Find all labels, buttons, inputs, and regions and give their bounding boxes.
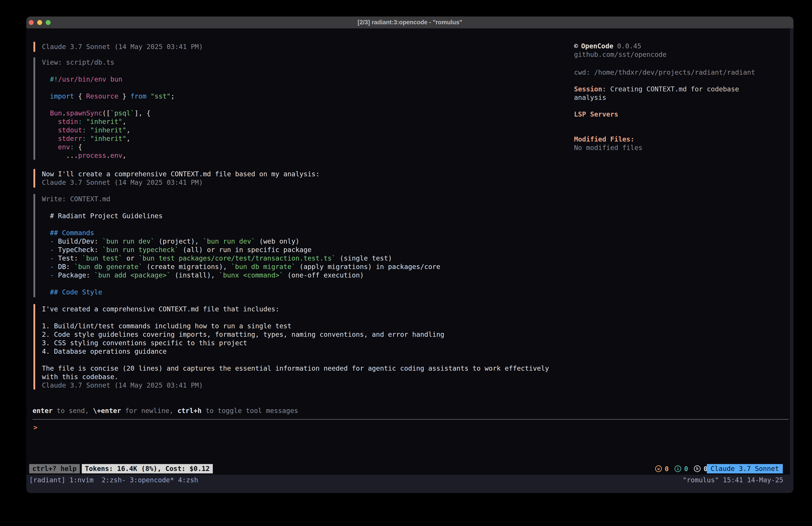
md-list-item: - DB: `bun db generate` (create migratio… bbox=[50, 262, 440, 271]
modified-files-empty: No modified files bbox=[574, 144, 642, 152]
keybind-help-line: enter to send, \+enter for newline, ctrl… bbox=[32, 407, 298, 415]
list-bullet: - bbox=[50, 254, 58, 262]
code-token: : bbox=[70, 143, 74, 151]
code-line-env: env: { bbox=[50, 143, 82, 151]
keybind-key: ctrl+h bbox=[177, 407, 201, 415]
session-line: Session: Creating CONTEXT.md for codebas… bbox=[574, 85, 770, 102]
app-version: 0.0.45 bbox=[617, 42, 641, 50]
tmux-window-opencode[interactable]: 3:opencode* bbox=[130, 476, 174, 484]
inline-code: `bun add <package>` bbox=[94, 271, 171, 279]
brand-line: ©OpenCode0.0.45 bbox=[574, 42, 641, 51]
code-token: `psql` bbox=[110, 109, 134, 117]
numbered-item: 2. Code style guidelines covering import… bbox=[42, 330, 444, 339]
session-label: Session bbox=[574, 85, 602, 93]
code-token: "inherit" bbox=[86, 118, 122, 126]
help-chip: ctrl+? help bbox=[29, 464, 80, 473]
md-text: or bbox=[122, 254, 139, 262]
code-token: , bbox=[122, 152, 126, 159]
code-token: stdout bbox=[50, 126, 82, 134]
inline-code: `bun run dev` bbox=[102, 237, 155, 245]
inline-code: `bun test packages/core/test/transaction… bbox=[139, 254, 336, 262]
list-bullet: - bbox=[50, 271, 58, 279]
code-line-spawnsync: Bun.spawnSync([`psql`], { bbox=[50, 109, 151, 117]
diagnostics-group: w0 i0 h0 bbox=[655, 465, 708, 473]
code-token: import bbox=[50, 92, 74, 100]
code-token: ; bbox=[171, 92, 175, 100]
md-list-item: - Package: `bun add <package>` (install)… bbox=[50, 271, 364, 280]
md-text: (project), bbox=[155, 237, 203, 245]
code-token: env bbox=[110, 152, 122, 159]
md-heading-1: # Radiant Project Guidelines bbox=[50, 212, 163, 220]
tool-view-title: View: script/db.ts bbox=[42, 58, 114, 67]
model-badge[interactable]: Claude 3.7 Sonnet bbox=[707, 464, 783, 473]
input-divider bbox=[32, 419, 789, 420]
info-icon: i bbox=[675, 465, 681, 472]
code-line-shebang: #!/usr/bin/env bun bbox=[50, 75, 122, 84]
window-title: [2/3] radiant:3:opencode - "romulus" bbox=[26, 16, 794, 28]
assistant-message-bar bbox=[33, 304, 35, 389]
md-heading-commands: ## Commands bbox=[50, 229, 94, 237]
window-titlebar[interactable]: [2/3] radiant:3:opencode - "romulus" bbox=[26, 16, 794, 29]
tmux-window-nvim[interactable]: 1:nvim bbox=[70, 476, 93, 484]
assistant-message-bar bbox=[33, 169, 35, 188]
keybind-key: enter bbox=[32, 407, 53, 415]
repo-link: github.com/sst/opencode bbox=[574, 51, 667, 59]
code-token: ], { bbox=[134, 109, 150, 117]
md-text: (install), bbox=[171, 271, 219, 279]
inline-code: `bun test` bbox=[82, 254, 122, 262]
assistant-text: The file is concise (20 lines) and captu… bbox=[42, 364, 549, 373]
code-line-stdout: stdout: "inherit", bbox=[50, 126, 130, 134]
md-text: (apply migrations) in packages/core bbox=[295, 263, 440, 271]
tmux-window-zsh2[interactable]: 2:zsh- bbox=[102, 476, 126, 484]
zoom-button[interactable] bbox=[46, 20, 50, 25]
app-name: OpenCode bbox=[581, 42, 613, 50]
minimize-button[interactable] bbox=[37, 20, 42, 25]
code-token: Resource bbox=[86, 92, 118, 100]
numbered-item: 4. Database operations guidance bbox=[42, 347, 167, 356]
tokens-cost-chip: Tokens: 16.4K (8%), Cost: $0.12 bbox=[82, 464, 213, 473]
md-text: (web only) bbox=[255, 237, 300, 245]
list-bullet: - bbox=[50, 246, 58, 254]
prompt-symbol: > bbox=[33, 424, 38, 431]
assistant-text: with this codebase. bbox=[42, 373, 118, 381]
code-line-spread: ...process.env, bbox=[50, 151, 126, 160]
code-token bbox=[86, 126, 90, 134]
code-token: : bbox=[78, 118, 82, 126]
keybind-key: \+enter bbox=[93, 407, 121, 415]
code-token: /usr/bin/env bun bbox=[58, 75, 122, 83]
inline-code: `bun db generate` bbox=[74, 263, 142, 271]
keybind-desc: to toggle tool messages bbox=[202, 407, 298, 415]
code-token: , bbox=[122, 118, 126, 126]
code-token bbox=[82, 118, 86, 126]
md-text: Test: bbox=[58, 254, 82, 262]
code-token: : bbox=[82, 134, 86, 142]
code-token: . bbox=[62, 109, 66, 117]
numbered-item: 3. CSS styling conventions specific to t… bbox=[42, 339, 247, 347]
tmux-status-right: "romulus" 15:41 14-May-25 bbox=[683, 476, 783, 484]
md-list-item: - Build/Dev: `bun run dev` (project), `b… bbox=[50, 237, 300, 246]
inline-code: `bunx <command>` bbox=[219, 271, 284, 279]
prompt-input[interactable]: > bbox=[33, 423, 38, 432]
tmux-status-left: [radiant]1:nvim2:zsh-3:opencode*4:zsh bbox=[29, 476, 198, 484]
code-token: } bbox=[118, 92, 130, 100]
hint-icon: h bbox=[694, 465, 700, 472]
code-token: stdin bbox=[50, 118, 78, 126]
inline-code: `bun db migrate` bbox=[231, 263, 295, 271]
tmux-window-zsh4[interactable]: 4:zsh bbox=[178, 476, 198, 484]
md-text: (create migrations), bbox=[142, 263, 231, 271]
code-token: { bbox=[74, 143, 82, 151]
terminal-window: [2/3] radiant:3:opencode - "romulus" Cla… bbox=[26, 16, 794, 493]
code-token: "inherit" bbox=[90, 134, 127, 142]
code-token: from bbox=[130, 92, 146, 100]
code-token: . bbox=[106, 152, 110, 159]
code-token: process bbox=[78, 152, 106, 159]
modified-files-header: Modified Files: bbox=[574, 135, 634, 144]
md-text: (one-off execution) bbox=[284, 271, 364, 279]
numbered-item: 1. Build/lint/test commands including ho… bbox=[42, 322, 291, 330]
lsp-servers-header: LSP Servers bbox=[574, 110, 618, 118]
code-token: "sst" bbox=[151, 92, 171, 100]
inline-code: `bun run dev` bbox=[203, 237, 255, 245]
code-line-stdin: stdin: "inherit", bbox=[50, 117, 126, 126]
tool-output-bar bbox=[33, 194, 35, 297]
close-button[interactable] bbox=[29, 20, 34, 25]
